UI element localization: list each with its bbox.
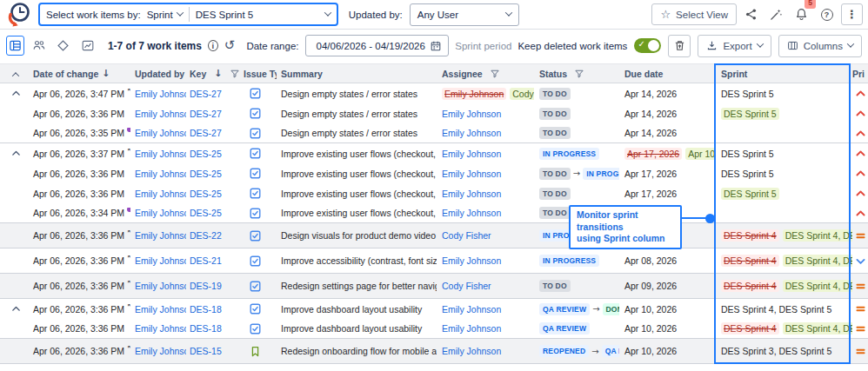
table-row[interactable]: Apr 06, 2026, 3:36 PMEmily JohnsonDES-25… [0,163,868,183]
task-icon [250,255,261,267]
assignee-link[interactable]: Emily Johnson [442,128,501,138]
header-key[interactable]: Key ↓ [186,68,242,79]
table-row[interactable]: Apr 06, 2026, 3:47 PM*Emily JohnsonDES-2… [0,83,868,103]
work-item-key-link[interactable]: DES-25 [190,189,222,199]
removed-value: DES Sprint 4 [721,280,779,292]
assignee-link[interactable]: Emily Johnson [442,109,501,119]
sprint-select-dropdown[interactable]: DES Sprint 5 [196,10,331,20]
filter-mode-dropdown[interactable]: Sprint [147,10,183,20]
header-summary[interactable]: Summary [277,69,437,79]
filter-funnel-icon[interactable] [490,69,500,79]
work-item-key-link[interactable]: DES-25 [190,208,222,218]
columns-button[interactable]: Columns [778,35,862,57]
header-status[interactable]: Status [534,69,619,79]
table-row[interactable]: Apr 06, 2026, 3:36 PM*Emily JohnsonDES-1… [0,274,868,299]
magic-wand-button[interactable] [765,3,787,25]
date-range-label: Date range: [246,41,298,51]
collapse-group-button[interactable] [10,148,22,159]
more-menu-button[interactable]: ⋮ [841,3,863,25]
assignee-link[interactable]: Emily Johnson [442,169,501,179]
assignee-link[interactable]: Emily Johnson [442,255,501,266]
header-assignee[interactable]: Assignee [437,69,534,79]
assignee-link[interactable]: Cody Fisher [442,281,491,291]
assignee-link[interactable]: Emily Johnson [442,208,501,218]
collapse-group-button[interactable] [10,303,22,315]
due-date: Apr 08, 2026 [624,255,677,266]
table-row[interactable]: Apr 06, 2026, 3:37 PM*Emily JohnsonDES-2… [0,143,868,163]
updated-by-link[interactable]: Emily Johnson [135,149,186,159]
assignee-link[interactable]: Emily Johnson [442,149,501,159]
export-button[interactable]: Export [698,35,771,57]
work-item-key-link[interactable]: DES-21 [190,255,222,266]
updated-by-link[interactable]: Emily Johnson [135,346,186,356]
table-row[interactable]: Apr 06, 2026, 3:35 PMEmily JohnsonDES-27… [0,123,868,143]
updated-by-link[interactable]: Emily Johnson [135,189,186,199]
table-row[interactable]: Apr 06, 2026, 3:34 PMEmily JohnsonDES-25… [0,203,868,223]
help-button[interactable]: ? [816,3,838,25]
updated-by-link[interactable]: Emily Johnson [135,230,186,241]
updated-by-link[interactable]: Emily Johnson [135,208,186,218]
table-row[interactable]: Apr 06, 2026, 3:36 PMEmily JohnsonDES-18… [0,319,868,339]
work-item-key-link[interactable]: DES-22 [190,230,222,241]
header-date-of-change[interactable]: Date of change ↓ [31,68,130,79]
header-sprint[interactable]: Sprint [715,69,852,79]
view-people-button[interactable] [30,36,49,56]
keep-deleted-toggle[interactable]: ✓ [634,38,661,53]
header-due-date[interactable]: Due date [619,69,715,79]
header-updated-by[interactable]: Updated by [130,69,186,79]
assignee-link[interactable]: Emily Johnson [442,189,501,199]
table-row[interactable]: Apr 06, 2026, 3:36 PM*Emily JohnsonDES-1… [0,339,868,364]
updated-by-link[interactable]: Emily Johnson [135,89,186,99]
table-row[interactable]: Apr 06, 2026, 3:36 PMEmily JohnsonDES-27… [0,103,868,123]
restore-deleted-button[interactable] [668,35,691,57]
updated-by-link[interactable]: Emily Johnson [135,323,186,334]
updated-by-link[interactable]: Emily Johnson [135,281,186,291]
collapse-all-header[interactable] [0,70,31,77]
updated-by-link[interactable]: Emily Johnson [135,304,186,315]
notifications-button[interactable]: 5 [791,3,812,25]
header-priority[interactable]: Pri [852,69,868,79]
assignee-link[interactable]: Emily Johnson [442,346,501,356]
priority-medium-icon [855,230,866,242]
work-item-key-link[interactable]: DES-25 [190,149,222,159]
assignee-link[interactable]: Emily Johnson [442,323,501,334]
updated-by-link[interactable]: Emily Johnson [135,169,186,179]
chevron-down-icon [176,9,183,16]
work-item-count: 1-7 of 7 work items [108,40,202,52]
work-item-key-link[interactable]: DES-18 [190,323,222,334]
table-row[interactable]: Apr 06, 2026, 3:36 PM*Emily JohnsonDES-1… [0,299,868,319]
table-row[interactable]: Apr 06, 2026, 3:36 PM*Emily JohnsonDES-2… [0,223,868,248]
work-item-key-link[interactable]: DES-19 [190,281,222,291]
removed-value: DES Sprint 4 [721,229,779,242]
updated-by-link[interactable]: Emily Johnson [135,109,186,119]
share-button[interactable] [740,3,762,25]
task-icon [250,303,261,315]
table-row[interactable]: Apr 06, 2026, 3:36 PM*Emily JohnsonDES-2… [0,248,868,274]
view-chart-button[interactable] [78,36,97,56]
filter-funnel-icon[interactable] [574,69,584,79]
work-item-key-link[interactable]: DES-18 [190,304,222,315]
date-range-input[interactable]: 04/06/2026 - 04/19/2026 [305,35,450,56]
header-issue-type[interactable]: Issue Type [242,69,277,79]
view-diamond-button[interactable] [55,36,73,56]
updated-by-link[interactable]: Emily Johnson [135,255,186,266]
info-icon[interactable]: i [208,40,218,51]
assignee-link[interactable]: Cody Fisher [442,230,491,241]
view-table-button[interactable] [6,36,24,56]
collapse-group-button[interactable] [10,88,22,99]
work-item-key-link[interactable]: DES-27 [190,89,222,99]
work-item-key-link[interactable]: DES-15 [190,346,222,356]
table-row[interactable]: Apr 06, 2026, 3:36 PMEmily JohnsonDES-25… [0,183,868,203]
work-item-key-link[interactable]: DES-27 [190,109,222,119]
refresh-icon[interactable]: ↺ [224,39,236,52]
filter-funnel-icon[interactable] [230,69,240,79]
bell-icon [795,8,808,21]
task-icon [250,88,261,99]
updated-by-link[interactable]: Emily Johnson [135,128,186,138]
select-view-button[interactable]: ☆ Select View [651,3,737,25]
work-item-key-link[interactable]: DES-27 [190,128,222,138]
work-item-key-link[interactable]: DES-25 [190,169,222,179]
assignee-link[interactable]: Emily Johnson [442,304,501,315]
updated-by-select[interactable]: Any User [410,3,519,26]
due-date-cell: Apr 09, 2026 [619,281,715,291]
